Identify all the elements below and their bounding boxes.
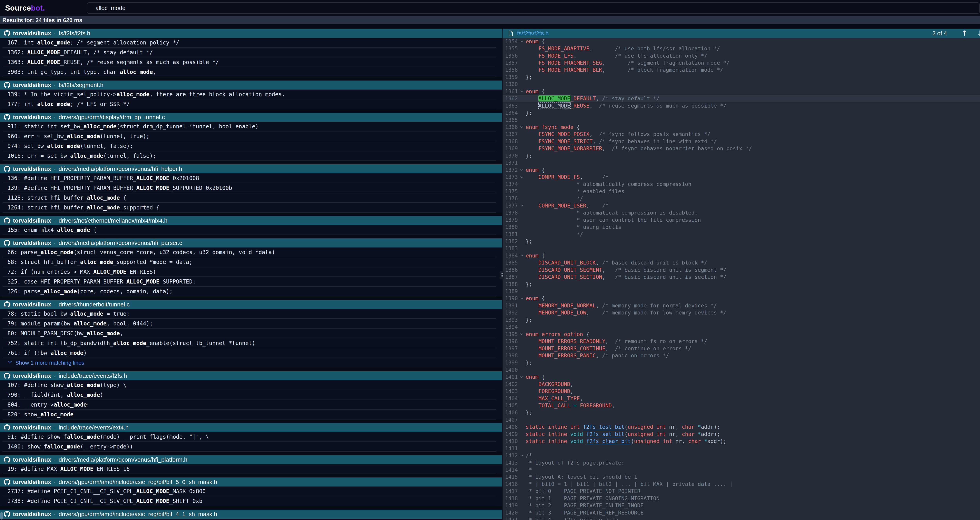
scrollbar-thumb[interactable] bbox=[0, 512, 3, 520]
file-group-header[interactable]: torvalds/linux·drivers/gpu/drm/amd/inclu… bbox=[0, 510, 502, 518]
match-line[interactable]: 177: int alloc_mode; /* LFS or SSR */ bbox=[0, 99, 502, 109]
fold-chevron-icon[interactable] bbox=[518, 332, 526, 336]
match-line[interactable]: 80: MODULE_PARM_DESC(bw_alloc_mode, bbox=[0, 329, 502, 339]
fold-chevron-icon[interactable] bbox=[518, 296, 526, 301]
match-line[interactable]: 72: if (num_entries > MAX_ALLOC_MODE_ENT… bbox=[0, 267, 502, 277]
file-group-header[interactable]: torvalds/linux·include/trace/events/f2fs… bbox=[0, 371, 502, 380]
line-number[interactable]: 1400 bbox=[503, 367, 518, 373]
previous-match-button[interactable]: ↑ bbox=[961, 30, 967, 37]
fold-chevron-icon[interactable] bbox=[518, 175, 526, 179]
line-number[interactable]: 1390 bbox=[503, 295, 518, 301]
match-line[interactable]: 820: show_alloc_mode bbox=[0, 410, 502, 420]
line-number[interactable]: 1392 bbox=[503, 310, 518, 316]
line-number[interactable]: 1374 bbox=[503, 181, 518, 187]
line-number[interactable]: 1373 bbox=[503, 174, 518, 180]
match-line[interactable]: 960: err = set_bw_alloc_mode(tunnel, tru… bbox=[0, 132, 502, 141]
match-line[interactable]: 1128: struct hfi_buffer_alloc_mode { bbox=[0, 193, 502, 203]
match-line[interactable]: 1264: struct hfi_buffer_alloc_mode_suppo… bbox=[0, 203, 502, 213]
line-number[interactable]: 1360 bbox=[503, 81, 518, 87]
match-line[interactable]: 761: if (!bw_alloc_mode) bbox=[0, 348, 502, 358]
match-line[interactable]: 78: static bool bw_alloc_mode = true; bbox=[0, 309, 502, 319]
match-line[interactable]: 1016: err = set_bw_alloc_mode(tunnel, fa… bbox=[0, 151, 502, 161]
match-line[interactable]: 2737: #define PCIE_CI_CNTL__CI_SLV_CPL_A… bbox=[0, 487, 502, 496]
line-number[interactable]: 1356 bbox=[503, 53, 518, 59]
line-number[interactable]: 1362 bbox=[503, 95, 518, 102]
fold-chevron-icon[interactable] bbox=[518, 125, 526, 129]
file-group-header[interactable]: torvalds/linux·fs/f2fs/f2fs.h bbox=[0, 29, 502, 38]
line-number[interactable]: 1411 bbox=[503, 445, 518, 452]
match-line[interactable]: 91: #define show_falloc_mode(mode) __pri… bbox=[0, 432, 502, 442]
match-line[interactable]: 974: set_bw_alloc_mode(tunnel, false); bbox=[0, 141, 502, 151]
fold-chevron-icon[interactable] bbox=[518, 204, 526, 207]
line-number[interactable]: 1389 bbox=[503, 288, 518, 294]
line-number[interactable]: 1419 bbox=[503, 503, 518, 509]
line-number[interactable]: 1391 bbox=[503, 302, 518, 309]
line-number[interactable]: 1418 bbox=[503, 495, 518, 501]
line-number[interactable]: 1364 bbox=[503, 110, 518, 116]
line-number[interactable]: 1380 bbox=[503, 224, 518, 230]
match-line[interactable]: 1363: ALLOC_MODE_REUSE, /* reuse segment… bbox=[0, 57, 502, 67]
file-group-header[interactable]: torvalds/linux·drivers/media/platform/qc… bbox=[0, 239, 502, 248]
file-group-header[interactable]: torvalds/linux·drivers/gpu/drm/display/d… bbox=[0, 113, 502, 122]
match-line[interactable]: 911: static int set_bw_alloc_mode(struct… bbox=[0, 122, 502, 132]
line-number[interactable]: 1394 bbox=[503, 324, 518, 330]
line-number[interactable]: 1398 bbox=[503, 353, 518, 359]
file-group-header[interactable]: torvalds/linux·fs/f2fs/segment.h bbox=[0, 81, 502, 89]
line-number[interactable]: 1409 bbox=[503, 431, 518, 437]
match-line[interactable]: 139: #define HFI_PROPERTY_PARAM_BUFFER_A… bbox=[0, 183, 502, 193]
line-number[interactable]: 1420 bbox=[503, 510, 518, 516]
line-number[interactable]: 1384 bbox=[503, 253, 518, 259]
line-number[interactable]: 1404 bbox=[503, 395, 518, 401]
line-number[interactable]: 1365 bbox=[503, 117, 518, 123]
line-number[interactable]: 1385 bbox=[503, 259, 518, 266]
line-number[interactable]: 1395 bbox=[503, 331, 518, 337]
show-more-link[interactable]: Show 1 more matching lines bbox=[0, 358, 502, 368]
line-number[interactable]: 1393 bbox=[503, 317, 518, 323]
sourcebot-logo[interactable]: Sourcebot. bbox=[5, 0, 45, 16]
match-line[interactable]: 790: __field(int, alloc_mode) bbox=[0, 390, 502, 400]
match-line[interactable]: 3903: int gc_type, int type, char alloc_… bbox=[0, 67, 502, 77]
match-line[interactable]: 326: parse_alloc_mode(core, codecs, doma… bbox=[0, 287, 502, 296]
match-line[interactable]: 155: enum mlx4_alloc_mode { bbox=[0, 225, 502, 235]
line-number[interactable]: 1382 bbox=[503, 238, 518, 244]
match-line[interactable]: 79: module_param(bw_alloc_mode, bool, 04… bbox=[0, 319, 502, 329]
line-number[interactable]: 1369 bbox=[503, 145, 518, 151]
file-group-header[interactable]: torvalds/linux·drivers/media/platform/qc… bbox=[0, 164, 502, 173]
preview-file-path[interactable]: fs/f2fs/f2fs.h bbox=[517, 30, 549, 37]
match-line[interactable]: 804: __entry->alloc_mode bbox=[0, 400, 502, 410]
line-number[interactable]: 1408 bbox=[503, 424, 518, 430]
file-group-header[interactable]: torvalds/linux·drivers/gpu/drm/amd/inclu… bbox=[0, 477, 502, 487]
line-number[interactable]: 1405 bbox=[503, 402, 518, 409]
panel-resize-handle[interactable] bbox=[500, 271, 504, 279]
line-number[interactable]: 1402 bbox=[503, 381, 518, 387]
line-number[interactable]: 1366 bbox=[503, 124, 518, 130]
line-number[interactable]: 1406 bbox=[503, 409, 518, 415]
line-number[interactable]: 1401 bbox=[503, 374, 518, 380]
line-number[interactable]: 1413 bbox=[503, 460, 518, 466]
line-number[interactable]: 1367 bbox=[503, 131, 518, 137]
line-number[interactable]: 1396 bbox=[503, 338, 518, 344]
line-number[interactable]: 1376 bbox=[503, 196, 518, 201]
match-line[interactable]: 66: parse_alloc_mode(struct venus_core *… bbox=[0, 248, 502, 257]
line-number[interactable]: 1371 bbox=[503, 160, 518, 166]
match-line[interactable]: 2151: #define PCIE_CI_CNTL__CI_SLV_CPL_A… bbox=[0, 518, 502, 520]
fold-chevron-icon[interactable] bbox=[518, 89, 526, 93]
line-number[interactable]: 1415 bbox=[503, 474, 518, 480]
line-number[interactable]: 1387 bbox=[503, 274, 518, 280]
match-line[interactable]: 325: case HFI_PROPERTY_PARAM_BUFFER_ALLO… bbox=[0, 277, 502, 287]
fold-chevron-icon[interactable] bbox=[518, 375, 526, 379]
line-number[interactable]: 1372 bbox=[503, 167, 518, 173]
line-number[interactable]: 1377 bbox=[503, 203, 518, 209]
line-number[interactable]: 1386 bbox=[503, 267, 518, 273]
line-number[interactable]: 1381 bbox=[503, 231, 518, 237]
line-number[interactable]: 1368 bbox=[503, 138, 518, 145]
line-number[interactable]: 1397 bbox=[503, 345, 518, 351]
file-group-header[interactable]: torvalds/linux·drivers/thunderbolt/tunne… bbox=[0, 300, 502, 309]
fold-chevron-icon[interactable] bbox=[518, 453, 526, 458]
line-number[interactable]: 1379 bbox=[503, 217, 518, 223]
line-number[interactable]: 1416 bbox=[503, 481, 518, 487]
file-group-header[interactable]: torvalds/linux·drivers/net/ethernet/mell… bbox=[0, 216, 502, 225]
match-line[interactable]: 136: #define HFI_PROPERTY_PARAM_BUFFER_A… bbox=[0, 173, 502, 183]
fold-chevron-icon[interactable] bbox=[518, 254, 526, 258]
fold-chevron-icon[interactable] bbox=[518, 40, 526, 43]
